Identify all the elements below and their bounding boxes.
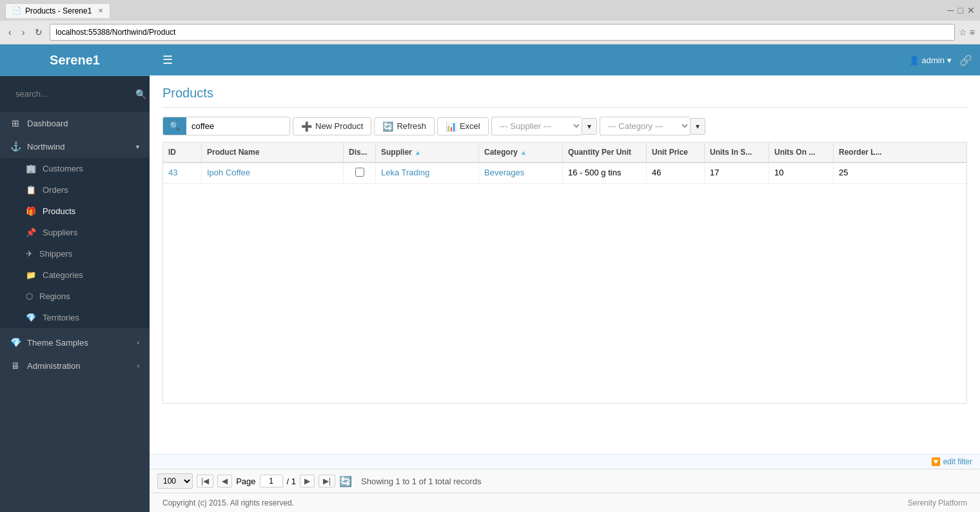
product-id-link[interactable]: 43 xyxy=(168,168,177,177)
grid-col-id[interactable]: ID xyxy=(163,143,202,162)
sidebar-label-suppliers: Suppliers xyxy=(43,228,77,237)
sidebar-item-administration[interactable]: 🖥 Administration ‹ xyxy=(0,354,150,377)
cell-units-in-stock: 17 xyxy=(705,163,769,183)
page-input[interactable] xyxy=(260,475,283,487)
sidebar-item-shippers[interactable]: ✈ Shippers xyxy=(0,243,150,264)
browser-tab[interactable]: 📄 Products - Serene1 ✕ xyxy=(5,3,110,18)
grid-header: ID Product Name Dis... Supplier ▲ xyxy=(163,143,966,163)
sidebar-label-customers: Customers xyxy=(43,164,83,173)
new-product-label: New Product xyxy=(315,121,363,131)
hamburger-button[interactable]: ☰ xyxy=(157,50,178,70)
filter-icon: 🔽 xyxy=(931,457,941,466)
reload-button[interactable]: ↻ xyxy=(32,26,46,39)
product-name-link[interactable]: Ipoh Coffee xyxy=(207,168,250,177)
category-link[interactable]: Beverages xyxy=(484,168,524,177)
last-page-button[interactable]: ▶| xyxy=(318,475,335,487)
shippers-icon: ✈ xyxy=(26,249,33,259)
empty-grid-area xyxy=(163,184,966,403)
sidebar-item-orders[interactable]: 📋 Orders xyxy=(0,179,150,201)
sidebar-label-administration: Administration xyxy=(27,361,131,371)
discontinued-checkbox[interactable] xyxy=(355,168,364,177)
search-input[interactable] xyxy=(186,118,289,134)
main-layout: Serene1 🔍 ⊞ Dashboard ⚓ Northwind ▾ 🏢 xyxy=(0,44,980,512)
address-bar[interactable] xyxy=(50,24,954,41)
sidebar-item-label-dashboard: Dashboard xyxy=(27,119,139,128)
sidebar-item-territories[interactable]: 💎 Territories xyxy=(0,307,150,328)
share-button[interactable]: 🔗 xyxy=(959,54,972,66)
toolbar: 🔍 ➕ New Product 🔄 Refresh 📊 Excel xyxy=(162,117,967,135)
cell-reorder-level: 25 xyxy=(834,163,898,183)
sidebar-search-input[interactable] xyxy=(8,83,132,105)
grid-col-product-name[interactable]: Product Name xyxy=(202,143,344,162)
cell-supplier: Leka Trading xyxy=(376,163,479,183)
sidebar-label-categories: Categories xyxy=(43,270,83,280)
sidebar-item-products[interactable]: 🎁 Products xyxy=(0,201,150,222)
prev-page-button[interactable]: ◀ xyxy=(217,475,232,487)
bookmark-star-icon[interactable]: ☆ xyxy=(959,27,967,37)
sidebar-search-icon[interactable]: 🔍 xyxy=(135,89,146,99)
col-unit-price-label: Unit Price xyxy=(652,148,688,157)
next-page-button[interactable]: ▶ xyxy=(300,475,315,487)
col-quantity-label: Quantity Per Unit xyxy=(568,148,631,157)
col-product-name-label: Product Name xyxy=(207,148,259,157)
supplier-filter-dropdown-button[interactable]: ▾ xyxy=(582,118,597,135)
admin-menu-button[interactable]: 👤 admin ▾ xyxy=(909,55,952,65)
grid-col-discontinued[interactable]: Dis... xyxy=(344,143,376,162)
grid-col-category[interactable]: Category ▲ xyxy=(479,143,563,162)
category-filter[interactable]: --- Category --- xyxy=(600,117,690,135)
grid-col-units-on-order[interactable]: Units On ... xyxy=(769,143,834,162)
cell-category: Beverages xyxy=(479,163,563,183)
refresh-button[interactable]: 🔄 Refresh xyxy=(374,117,435,135)
sidebar-item-theme-samples[interactable]: 💎 Theme Samples ‹ xyxy=(0,331,150,354)
col-discontinued-label: Dis... xyxy=(349,148,368,157)
admin-dropdown-icon: ▾ xyxy=(947,55,952,65)
pagination-bar: 100 50 25 10 |◀ ◀ Page / 1 ▶ ▶| 🔄 Showin… xyxy=(150,469,980,493)
back-button[interactable]: ‹ xyxy=(5,26,15,39)
grid-col-quantity[interactable]: Quantity Per Unit xyxy=(563,143,647,162)
supplier-filter[interactable]: --- Supplier --- xyxy=(491,117,582,135)
menu-icon[interactable]: ≡ xyxy=(970,27,975,37)
new-product-icon: ➕ xyxy=(301,121,312,132)
supplier-link[interactable]: Leka Trading xyxy=(381,168,429,177)
maximize-button[interactable]: □ xyxy=(958,5,963,15)
cell-discontinued[interactable] xyxy=(344,163,376,183)
grid-col-unit-price[interactable]: Unit Price xyxy=(647,143,705,162)
territories-icon: 💎 xyxy=(26,313,36,322)
new-product-button[interactable]: ➕ New Product xyxy=(293,117,371,135)
sidebar-subitems-northwind: 🏢 Customers 📋 Orders 🎁 Products 📌 Suppli… xyxy=(0,158,150,328)
sidebar-item-customers[interactable]: 🏢 Customers xyxy=(0,158,150,179)
sidebar-item-northwind[interactable]: ⚓ Northwind ▾ xyxy=(0,135,150,158)
forward-button[interactable]: › xyxy=(19,26,28,39)
tab-title: Products - Serene1 xyxy=(25,6,92,15)
table-row[interactable]: 43 Ipoh Coffee Leka Trading Beverages xyxy=(163,163,966,184)
minimize-button[interactable]: ─ xyxy=(948,5,954,15)
sidebar-item-suppliers[interactable]: 📌 Suppliers xyxy=(0,222,150,243)
search-button[interactable]: 🔍 xyxy=(163,117,186,135)
grid-col-supplier[interactable]: Supplier ▲ xyxy=(376,143,479,162)
close-button[interactable]: ✕ xyxy=(967,5,975,15)
first-page-button[interactable]: |◀ xyxy=(197,475,213,487)
sidebar-item-categories[interactable]: 📁 Categories xyxy=(0,264,150,286)
category-filter-dropdown-button[interactable]: ▾ xyxy=(690,118,705,135)
northwind-chevron-icon: ▾ xyxy=(136,143,139,150)
tab-close-button[interactable]: ✕ xyxy=(98,7,103,14)
grid-col-units-in-stock[interactable]: Units In S... xyxy=(705,143,769,162)
content-area: ☰ 👤 admin ▾ 🔗 Products 🔍 xyxy=(150,44,980,512)
edit-filter-bar: 🔽 edit filter xyxy=(150,454,980,469)
footer-platform: Serenity Platform xyxy=(908,498,967,507)
col-category-label: Category xyxy=(484,148,518,157)
pagination-refresh-button[interactable]: 🔄 xyxy=(339,475,352,487)
col-units-in-stock-label: Units In S... xyxy=(710,148,752,157)
sidebar-label-theme-samples: Theme Samples xyxy=(27,338,131,348)
edit-filter-link[interactable]: 🔽 edit filter xyxy=(931,457,972,466)
refresh-icon: 🔄 xyxy=(382,121,393,132)
sidebar-label-shippers: Shippers xyxy=(39,249,72,259)
sidebar-label-products: Products xyxy=(43,206,75,216)
data-grid: ID Product Name Dis... Supplier ▲ xyxy=(162,142,967,404)
grid-col-reorder-level[interactable]: Reorder L... xyxy=(834,143,898,162)
sidebar-item-dashboard[interactable]: ⊞ Dashboard xyxy=(0,112,150,135)
page-title: Products xyxy=(162,86,967,108)
page-size-select[interactable]: 100 50 25 10 xyxy=(157,473,193,489)
excel-button[interactable]: 📊 Excel xyxy=(437,117,489,135)
sidebar-item-regions[interactable]: ⬡ Regions xyxy=(0,286,150,307)
